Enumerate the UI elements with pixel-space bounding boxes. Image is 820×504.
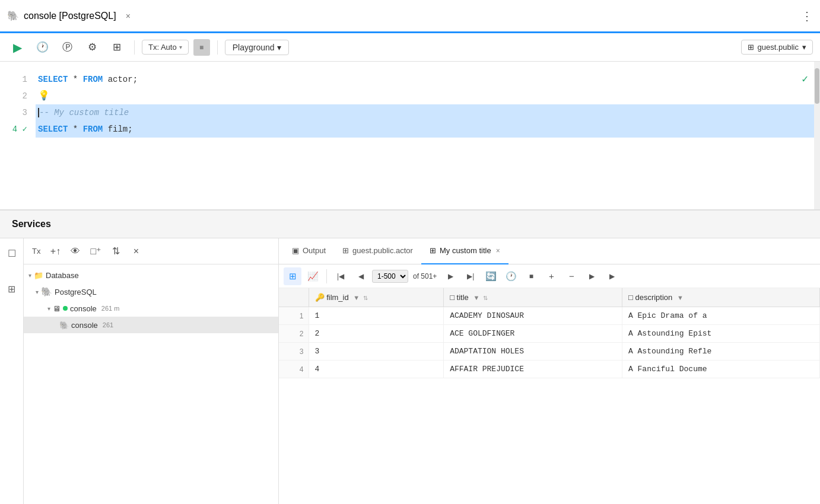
cell-film-id-0[interactable]: 1 bbox=[309, 307, 444, 325]
nav-fwd-button[interactable]: ▶ bbox=[583, 267, 600, 285]
prev-page-button[interactable]: ◀ bbox=[352, 267, 370, 285]
add-query-button[interactable]: +↑ bbox=[46, 243, 64, 260]
editor-area[interactable]: 1 2 3 4 ✓ SELECT * FROM actor; ✓ 💡 -- My… bbox=[0, 62, 820, 210]
tree-item-console-1[interactable]: ▾ 🖥 console 261 m bbox=[24, 300, 278, 317]
move-button[interactable]: ⇅ bbox=[107, 243, 125, 260]
tab-output-label: Output bbox=[303, 246, 326, 255]
settings-button[interactable]: ⚙ bbox=[82, 37, 102, 58]
grid-button[interactable]: ⊞ bbox=[107, 37, 127, 58]
playground-select[interactable]: Playground ▾ bbox=[225, 40, 289, 55]
title-bar: 🐘 console [PostgreSQL] × ⋮ bbox=[0, 0, 820, 33]
cell-film-id-2[interactable]: 3 bbox=[309, 343, 444, 361]
bottom-area: ☐ ⊞ Tx +↑ 👁 □⁺ ⇅ × ▾ 📁 Database ▾ 🐘 Post… bbox=[0, 238, 820, 504]
nav-fwd2-button[interactable]: ▶ bbox=[603, 267, 621, 285]
line-numbers: 1 2 3 4 ✓ bbox=[0, 62, 36, 209]
tab-custom-label: My custom title bbox=[440, 246, 491, 255]
grid-view-button[interactable]: ⊞ bbox=[284, 267, 301, 285]
data-table: 🔑 film_id ▼ ⇅ □ title ▼ ⇅ □ bbox=[279, 288, 820, 378]
editor-line-1: SELECT * FROM actor; ✓ bbox=[36, 71, 820, 88]
tree-item-console-2[interactable]: 🐘 console 261 bbox=[24, 317, 278, 333]
page-info: of 501+ bbox=[411, 272, 439, 280]
status-dot-1 bbox=[63, 306, 68, 311]
services-title: Services bbox=[12, 219, 51, 229]
filter-icon-film-id[interactable]: ▼ bbox=[353, 294, 360, 301]
cell-desc-3[interactable]: A Fanciful Docume bbox=[622, 361, 819, 378]
line-num-3: 3 bbox=[0, 104, 36, 121]
cell-film-id-1[interactable]: 2 bbox=[309, 325, 444, 343]
tree-label-postgresql: PostgreSQL bbox=[55, 288, 97, 296]
close-all-button[interactable]: × bbox=[127, 243, 145, 260]
title-bar-close[interactable]: × bbox=[126, 11, 131, 21]
sort-icon-title[interactable]: ⇅ bbox=[483, 295, 488, 301]
col-label-description: description bbox=[635, 293, 672, 302]
divider-2 bbox=[217, 40, 218, 55]
col-header-film-id[interactable]: 🔑 film_id ▼ ⇅ bbox=[309, 288, 444, 307]
cell-title-2[interactable]: ADAPTATION HOLES bbox=[444, 343, 622, 361]
remove-row-button[interactable]: − bbox=[562, 267, 580, 285]
cell-title-3[interactable]: AFFAIR PREJUDICE bbox=[444, 361, 622, 378]
tab-custom-close[interactable]: × bbox=[496, 247, 500, 255]
cell-title-1[interactable]: ACE GOLDFINGER bbox=[444, 325, 622, 343]
table-header-row: 🔑 film_id ▼ ⇅ □ title ▼ ⇅ □ bbox=[279, 288, 820, 307]
schema-chevron: ▾ bbox=[802, 43, 806, 52]
tree-item-postgresql[interactable]: ▾ 🐘 PostgreSQL bbox=[24, 283, 278, 300]
stop-icon: ■ bbox=[199, 43, 204, 52]
page-range-select[interactable]: 1-500 bbox=[372, 270, 408, 283]
col-header-title[interactable]: □ title ▼ ⇅ bbox=[444, 288, 622, 307]
col-label-title: title bbox=[457, 293, 469, 302]
filter-icon-title[interactable]: ▼ bbox=[473, 294, 479, 301]
add-row-button[interactable]: + bbox=[542, 267, 560, 285]
folder-icon-database: 📁 bbox=[34, 271, 43, 280]
title-bar-menu[interactable]: ⋮ bbox=[801, 9, 813, 23]
editor-scrollbar[interactable] bbox=[814, 62, 820, 209]
tab-custom[interactable]: ⊞ My custom title × bbox=[421, 238, 508, 264]
editor-line-4: SELECT * FROM film; bbox=[36, 121, 820, 138]
filter-icon-description[interactable]: ▼ bbox=[677, 294, 684, 301]
tree-item-database[interactable]: ▾ 📁 Database bbox=[24, 267, 278, 283]
schema-select[interactable]: ⊞ guest.public ▾ bbox=[741, 40, 813, 55]
tab-output[interactable]: ▣ Output bbox=[284, 238, 334, 264]
history-data-button[interactable]: 🕐 bbox=[502, 267, 520, 285]
col-header-description[interactable]: □ description ▼ bbox=[622, 288, 819, 307]
schema-icon: ⊞ bbox=[748, 43, 754, 52]
time-label-2: 261 bbox=[103, 321, 113, 328]
table-row: 2 2 ACE GOLDFINGER A Astounding Epist bbox=[279, 325, 820, 343]
cell-film-id-3[interactable]: 4 bbox=[309, 361, 444, 378]
stop-data-button[interactable]: ■ bbox=[522, 267, 540, 285]
pg-icon-2: 🐘 bbox=[59, 321, 69, 330]
next-page-button[interactable]: ▶ bbox=[441, 267, 459, 285]
time-label-1: 261 m bbox=[101, 305, 120, 312]
tree-area: ▾ 📁 Database ▾ 🐘 PostgreSQL ▾ 🖥 console … bbox=[24, 264, 278, 504]
right-panel: ▣ Output ⊞ guest.public.actor ⊞ My custo… bbox=[279, 238, 820, 504]
tx-select[interactable]: Tx: Auto ▾ bbox=[142, 40, 189, 55]
history-button[interactable]: 🕐 bbox=[32, 37, 52, 58]
run-button[interactable]: ▶ bbox=[7, 37, 27, 58]
table-row: 3 3 ADAPTATION HOLES A Astounding Refle bbox=[279, 343, 820, 361]
tab-output-icon: ▣ bbox=[292, 246, 299, 255]
editor-content[interactable]: SELECT * FROM actor; ✓ 💡 -- My custom ti… bbox=[36, 62, 820, 209]
refresh-button[interactable]: 🔄 bbox=[482, 267, 500, 285]
editor-scrollbar-thumb[interactable] bbox=[815, 68, 819, 104]
explain-button[interactable]: Ⓟ bbox=[57, 37, 77, 58]
new-tab-button[interactable]: □⁺ bbox=[87, 243, 104, 260]
cell-desc-2[interactable]: A Astounding Refle bbox=[622, 343, 819, 361]
chevron-console-1: ▾ bbox=[47, 305, 50, 312]
view-button[interactable]: 👁 bbox=[66, 243, 84, 260]
first-page-button[interactable]: |◀ bbox=[332, 267, 349, 285]
side-icon-grid[interactable]: ⊞ bbox=[2, 279, 22, 299]
line-num-1: 1 bbox=[0, 71, 36, 88]
col-icon-title: □ bbox=[450, 293, 455, 302]
stop-button[interactable]: ■ bbox=[193, 39, 210, 56]
line-num-2: 2 bbox=[0, 88, 36, 104]
cell-rownum-0: 1 bbox=[279, 307, 309, 325]
last-page-button[interactable]: ▶| bbox=[462, 267, 479, 285]
sort-icon-film-id[interactable]: ⇅ bbox=[363, 295, 368, 301]
side-icon-checkbox[interactable]: ☐ bbox=[2, 243, 22, 263]
cell-desc-1[interactable]: A Astounding Epist bbox=[622, 325, 819, 343]
chart-view-button[interactable]: 📈 bbox=[304, 267, 322, 285]
cell-title-0[interactable]: ACADEMY DINOSAUR bbox=[444, 307, 622, 325]
tab-actor[interactable]: ⊞ guest.public.actor bbox=[334, 238, 421, 264]
tx-indicator: Tx bbox=[28, 247, 44, 256]
data-toolbar: ⊞ 📈 |◀ ◀ 1-500 of 501+ ▶ ▶| 🔄 🕐 ■ + − ▶ … bbox=[279, 264, 820, 288]
cell-desc-0[interactable]: A Epic Drama of a bbox=[622, 307, 819, 325]
